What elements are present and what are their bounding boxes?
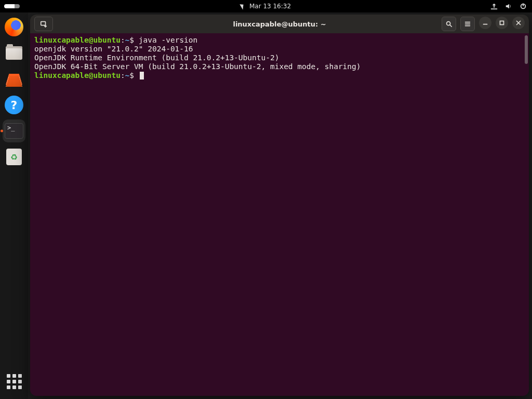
dock: ? [0,12,28,399]
new-tab-button[interactable] [34,17,53,31]
search-icon [445,20,453,28]
dock-item-files[interactable] [3,42,25,64]
window-titlebar[interactable]: linuxcapable@ubuntu: ~ [30,15,529,33]
minimize-icon [482,19,489,26]
new-tab-icon [40,20,47,28]
running-indicator [1,130,3,132]
terminal-icon [5,123,23,139]
dock-item-software[interactable] [3,68,25,90]
terminal-window: linuxcapable@ubuntu: ~ linuxcapable@ubun… [30,15,529,396]
maximize-button[interactable] [496,17,508,29]
close-icon [515,19,522,26]
top-panel: Mar 13 16:32 [0,0,532,12]
svg-rect-0 [491,8,497,9]
scrollbar-thumb[interactable] [525,35,528,64]
hamburger-icon [464,20,471,28]
firefox-icon [5,18,23,36]
minimize-button[interactable] [479,17,491,29]
activities-button[interactable] [4,4,20,8]
hamburger-menu-button[interactable] [460,17,475,31]
power-icon [520,3,527,10]
volume-icon [505,3,512,10]
trash-icon [6,149,22,165]
dock-item-firefox[interactable] [3,16,25,38]
search-button[interactable] [442,17,456,31]
files-icon [6,46,22,60]
svg-rect-3 [41,22,46,25]
status-area[interactable] [490,3,527,10]
dock-item-terminal[interactable] [3,119,25,142]
close-button[interactable] [512,17,525,29]
datetime-text: Mar 13 16:32 [249,3,291,10]
terminal-viewport[interactable]: linuxcapable@ubuntu:~$ java -versionopen… [30,33,529,396]
software-center-icon [6,71,22,87]
network-icon [490,3,498,10]
svg-line-7 [450,25,452,27]
help-icon: ? [5,96,23,114]
clock[interactable]: Mar 13 16:32 [241,3,291,10]
dock-item-help[interactable]: ? [3,94,25,116]
svg-rect-12 [500,21,504,25]
window-title: linuxcapable@ubuntu: ~ [233,20,326,28]
maximize-icon [498,19,506,26]
show-applications-button[interactable] [3,370,25,393]
dock-item-trash[interactable] [3,145,25,168]
cursor-icon [240,3,245,9]
